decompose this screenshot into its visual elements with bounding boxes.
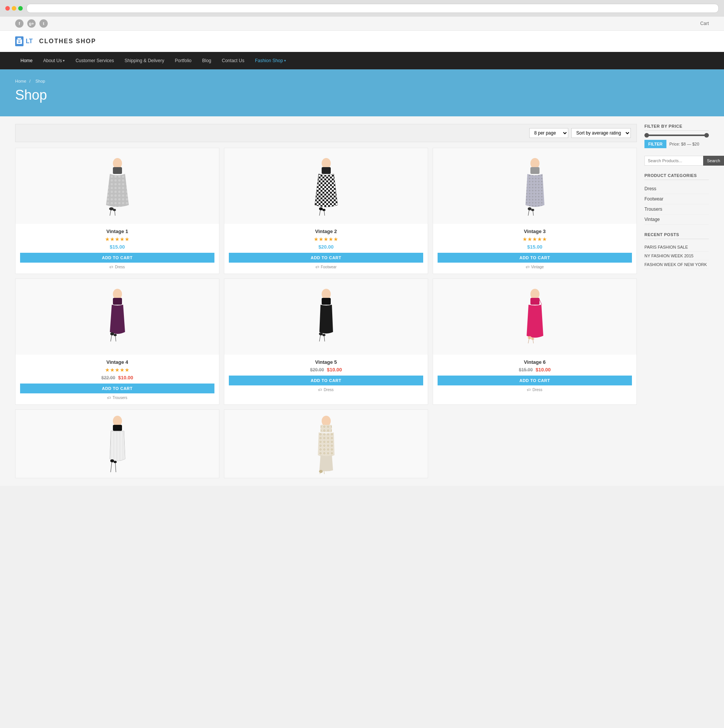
- add-to-cart-5[interactable]: ADD TO CART: [229, 376, 423, 385]
- category-dress[interactable]: Dress: [644, 184, 709, 194]
- per-page-select[interactable]: 8 per page 16 per page 24 per page: [529, 128, 568, 138]
- product-info-6: Vintage 6 $15.00 $10.00 ADD TO CART 🏷 Dr…: [433, 355, 636, 396]
- product-name-2: Vintage 2: [229, 229, 423, 234]
- twitter-icon[interactable]: t: [39, 19, 48, 28]
- breadcrumb-current: Shop: [36, 79, 45, 83]
- product-old-price-5: $20.00: [310, 367, 324, 373]
- product-name-1: Vintage 1: [20, 229, 214, 234]
- category-footwear[interactable]: Footwear: [644, 194, 709, 204]
- svg-rect-31: [113, 298, 122, 305]
- nav-customer-services[interactable]: Customer Services: [70, 52, 119, 69]
- product-name-6: Vintage 6: [438, 359, 632, 365]
- product-stars-2: ★★★★★: [229, 236, 423, 242]
- browser-dots: [5, 6, 23, 11]
- product-name-5: Vintage 5: [229, 359, 423, 365]
- svg-rect-60: [321, 425, 332, 432]
- product-info-2: Vintage 2 ★★★★★ $20.00 ADD TO CART 🏷 Foo…: [224, 224, 428, 274]
- product-image-5[interactable]: [224, 279, 428, 355]
- product-old-price-6: $15.00: [519, 367, 533, 373]
- product-name-3: Vintage 3: [438, 229, 632, 234]
- main-wrapper: 8 per page 16 per page 24 per page Sort …: [0, 116, 724, 486]
- filter-row: FILTER Price: $8 — $20: [644, 140, 709, 148]
- browser-chrome: [0, 0, 724, 17]
- product-info-5: Vintage 5 $20.00 $10.00 ADD TO CART 🏷 Dr…: [224, 355, 428, 396]
- product-image-7[interactable]: [16, 410, 219, 478]
- google-plus-icon[interactable]: g+: [27, 19, 36, 28]
- add-to-cart-4[interactable]: ADD TO CART: [20, 384, 214, 393]
- price-slider[interactable]: [644, 135, 709, 136]
- add-to-cart-1[interactable]: ADD TO CART: [20, 253, 214, 263]
- product-image-2[interactable]: [224, 148, 428, 224]
- about-arrow: ▾: [63, 59, 65, 63]
- dot-red[interactable]: [5, 6, 10, 11]
- product-old-price-4: $22.00: [101, 375, 115, 380]
- search-section: Search: [644, 156, 709, 166]
- product-price-1: $15.00: [20, 244, 214, 250]
- category-icon-5: 🏷: [318, 388, 322, 392]
- product-image-1[interactable]: [16, 148, 219, 224]
- filter-title: FILTER BY PRICE: [644, 124, 709, 131]
- nav-portfolio[interactable]: Portfolio: [169, 52, 197, 69]
- categories-title: PRODUCT CATEGORIES: [644, 173, 709, 180]
- product-image-4[interactable]: [16, 279, 219, 355]
- product-card-4: Vintage 4 ★★★★★ $22.00 $10.00 ADD TO CAR…: [15, 279, 219, 405]
- product-card-5: Vintage 5 $20.00 $10.00 ADD TO CART 🏷 Dr…: [224, 279, 428, 405]
- navbar: Home About Us ▾ Customer Services Shippi…: [0, 52, 724, 69]
- nav-home[interactable]: Home: [15, 52, 38, 69]
- recent-post-1[interactable]: PARIS FASHION SALE: [644, 243, 709, 252]
- nav-blog[interactable]: Blog: [197, 52, 217, 69]
- svg-point-4: [113, 158, 122, 169]
- recent-post-2[interactable]: NY FASHION WEEK 2015: [644, 252, 709, 260]
- svg-rect-2: [18, 41, 20, 41]
- category-icon-4: 🏷: [107, 396, 111, 400]
- product-name-4: Vintage 4: [20, 359, 214, 365]
- filter-button[interactable]: FILTER: [644, 140, 666, 148]
- top-bar: f g+ t Cart: [0, 17, 724, 31]
- product-image-8[interactable]: [224, 410, 428, 478]
- site-logo[interactable]: LT CLOTHES SHOP: [15, 36, 96, 46]
- product-info-4: Vintage 4 ★★★★★ $22.00 $10.00 ADD TO CAR…: [16, 355, 219, 404]
- svg-point-42: [530, 289, 539, 299]
- breadcrumb-home[interactable]: Home: [15, 79, 26, 83]
- price-range: Price: $8 — $20: [669, 142, 699, 146]
- category-vintage[interactable]: Vintage: [644, 214, 709, 225]
- category-trousers[interactable]: Trousers: [644, 204, 709, 214]
- product-card-8: [224, 409, 428, 478]
- search-button[interactable]: Search: [703, 156, 724, 166]
- logo-lt: LT: [26, 38, 33, 45]
- fashion-arrow: ▾: [284, 59, 286, 63]
- slider-handle-right[interactable]: [704, 133, 709, 138]
- search-input[interactable]: [644, 156, 703, 166]
- address-bar[interactable]: [27, 4, 719, 13]
- product-price-3: $15.00: [438, 244, 632, 250]
- recent-post-3[interactable]: FASHION WEEK OF NEW YORK: [644, 260, 709, 269]
- product-card-7: [15, 409, 219, 478]
- svg-rect-3: [18, 42, 20, 43]
- category-icon-3: 🏷: [526, 265, 530, 269]
- slider-track[interactable]: [644, 135, 709, 136]
- nav-shipping[interactable]: Shipping & Delivery: [119, 52, 170, 69]
- product-stars-4: ★★★★★: [20, 367, 214, 373]
- add-to-cart-3[interactable]: ADD TO CART: [438, 253, 632, 263]
- category-icon-6: 🏷: [527, 388, 531, 392]
- cart-link[interactable]: Cart: [700, 21, 709, 26]
- nav-fashion-shop[interactable]: Fashion Shop ▾: [250, 52, 291, 69]
- dot-green[interactable]: [18, 6, 23, 11]
- product-new-price-4: $10.00: [118, 375, 133, 380]
- product-price-5: $20.00 $10.00: [229, 367, 423, 373]
- add-to-cart-2[interactable]: ADD TO CART: [229, 253, 423, 263]
- product-new-price-5: $10.00: [327, 367, 342, 373]
- nav-about[interactable]: About Us ▾: [38, 52, 70, 69]
- sort-select[interactable]: Sort by average rating Sort by price Sor…: [571, 128, 631, 138]
- slider-fill: [644, 135, 709, 136]
- product-image-6[interactable]: [433, 279, 636, 355]
- svg-rect-0: [17, 38, 21, 39]
- nav-contact[interactable]: Contact Us: [217, 52, 250, 69]
- add-to-cart-6[interactable]: ADD TO CART: [438, 376, 632, 385]
- facebook-icon[interactable]: f: [15, 19, 23, 28]
- logo-rest: CLOTHES SHOP: [39, 38, 96, 45]
- dot-yellow[interactable]: [12, 6, 16, 11]
- slider-handle-left[interactable]: [644, 133, 649, 138]
- product-image-3[interactable]: [433, 148, 636, 224]
- product-card-6: Vintage 6 $15.00 $10.00 ADD TO CART 🏷 Dr…: [433, 279, 637, 405]
